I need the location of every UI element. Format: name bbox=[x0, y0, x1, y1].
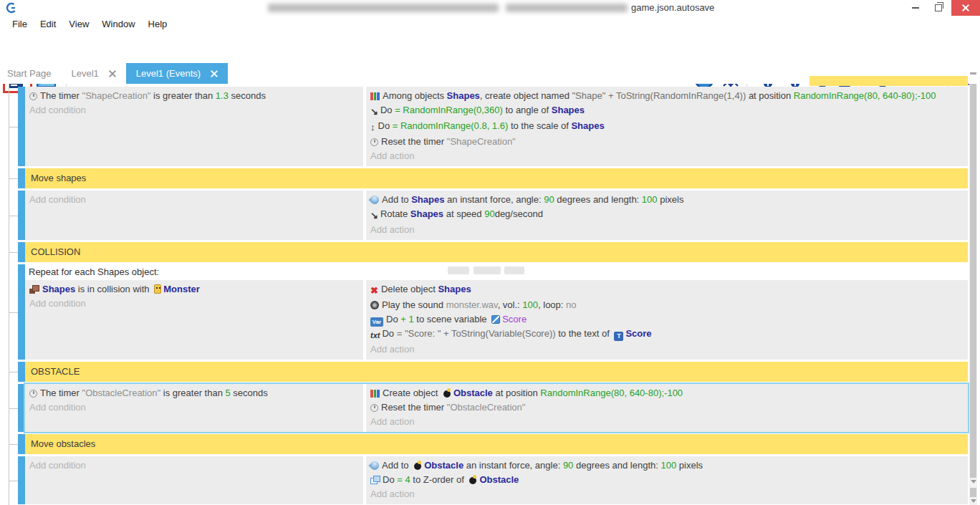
menu-item-view[interactable]: View bbox=[62, 19, 95, 29]
comment-bar[interactable]: COLLISION bbox=[25, 242, 968, 262]
add-action-button[interactable]: Add action bbox=[370, 149, 964, 163]
event-selection-strip[interactable] bbox=[18, 242, 25, 262]
event-line[interactable]: Delete object Shapes bbox=[370, 282, 964, 298]
event-selection-strip[interactable] bbox=[18, 87, 25, 166]
tab-level1[interactable]: Level1 bbox=[61, 63, 125, 84]
event-selection-strip[interactable] bbox=[18, 168, 25, 188]
menu-bar: FileEditViewWindowHelp bbox=[0, 16, 980, 32]
text-segment: 100 bbox=[642, 194, 658, 205]
text-segment: "ShapeCreation" bbox=[82, 90, 151, 101]
text-segment: to the scale of bbox=[508, 120, 571, 131]
tab-label: Level1 bbox=[71, 68, 98, 79]
menu-item-help[interactable]: Help bbox=[142, 19, 174, 29]
event-selection-strip[interactable] bbox=[18, 434, 25, 454]
text-segment: Create object bbox=[383, 388, 441, 398]
event-columns: The timer "ObstacleCreation" is greater … bbox=[25, 384, 968, 432]
text-segment: pixels bbox=[658, 194, 684, 205]
comment-bar[interactable]: OBSTACLE bbox=[25, 362, 968, 382]
comment-bar[interactable]: Move shapes bbox=[25, 168, 968, 188]
menu-item-window[interactable]: Window bbox=[95, 19, 141, 29]
text-segment: , create object named bbox=[480, 90, 572, 101]
text-segment: Obstacle bbox=[453, 388, 493, 398]
text-segment: Do bbox=[378, 120, 393, 131]
tab-close-icon[interactable] bbox=[109, 70, 116, 77]
text-segment: seconds bbox=[229, 90, 266, 101]
close-icon bbox=[961, 4, 970, 12]
text-segment: 1.3 bbox=[216, 90, 229, 101]
vertical-scrollbar[interactable] bbox=[969, 84, 977, 505]
scene-variable-icon bbox=[491, 315, 500, 324]
text-segment: 100 bbox=[661, 460, 677, 471]
text-segment: Shapes bbox=[438, 284, 471, 294]
force-icon bbox=[369, 194, 381, 206]
event-selection-strip[interactable] bbox=[18, 456, 25, 504]
event-selection-strip[interactable] bbox=[18, 384, 25, 432]
event-line[interactable]: Rotate Shapes at speed 90deg/second bbox=[370, 207, 964, 223]
event-line[interactable]: Shapes is in collision with Monster bbox=[29, 282, 359, 297]
add-condition-button[interactable]: Add condition bbox=[29, 103, 359, 117]
event-body: Add conditionAdd to Obstacle an instant … bbox=[25, 456, 968, 504]
conditions-column: The timer "ShapeCreation" is greater tha… bbox=[25, 87, 363, 166]
text-segment: = 4 bbox=[397, 474, 410, 485]
scroll-down-arrow-icon[interactable] bbox=[971, 480, 976, 484]
add-action-button[interactable]: Add action bbox=[370, 223, 964, 237]
event-line[interactable]: The timer "ObstacleCreation" is greater … bbox=[29, 386, 359, 400]
event-line[interactable]: Do = RandomInRange(0.8, 1.6) to the scal… bbox=[370, 119, 964, 135]
scrollbar-thumb-small[interactable] bbox=[970, 488, 976, 497]
scroll-down-arrow-icon[interactable] bbox=[971, 499, 976, 503]
event-line[interactable]: Play the sound monster.wav, vol.: 100, l… bbox=[370, 298, 964, 312]
event-line[interactable]: Do = RandomInRange(0,360) to angle of Sh… bbox=[370, 103, 964, 119]
add-condition-button[interactable]: Add condition bbox=[29, 400, 359, 415]
tab-start-page[interactable]: Start Page bbox=[0, 63, 61, 84]
minimize-button[interactable] bbox=[904, 0, 927, 16]
actions-column: Delete object ShapesPlay the sound monst… bbox=[366, 280, 968, 360]
add-action-button[interactable]: Add action bbox=[370, 342, 964, 357]
menu-item-edit[interactable]: Edit bbox=[34, 19, 62, 29]
text-segment: Do bbox=[380, 105, 395, 115]
event-line[interactable]: Do + 1 to scene variable Score bbox=[370, 312, 964, 327]
conditions-column: Add condition bbox=[25, 191, 363, 240]
comment-bar[interactable]: Move obstacles bbox=[25, 434, 968, 454]
event-selection-strip[interactable] bbox=[18, 191, 25, 240]
event-row: The timer "ShapeCreation" is greater tha… bbox=[18, 87, 968, 166]
scrollbar-thumb[interactable] bbox=[970, 84, 976, 478]
text-segment: RandomInRange(80, 640-80);-100 bbox=[794, 90, 936, 101]
text-segment: The timer bbox=[40, 90, 82, 101]
event-selection-strip[interactable] bbox=[18, 264, 25, 360]
text-segment: to scene variable bbox=[414, 314, 490, 324]
event-line[interactable]: Among objects Shapes, create object name… bbox=[370, 89, 964, 103]
obstacle-icon bbox=[469, 475, 477, 484]
text-segment: Shapes bbox=[411, 194, 444, 205]
text-segment: Monster bbox=[163, 284, 200, 294]
event-line[interactable]: Add to Shapes an instant force, angle: 9… bbox=[370, 193, 964, 207]
event-line[interactable]: Create object Obstacle at position Rando… bbox=[370, 386, 964, 400]
text-segment: to angle of bbox=[503, 105, 552, 115]
event-line[interactable]: Do = 4 to Z-order of Obstacle bbox=[370, 473, 964, 487]
add-condition-button[interactable]: Add condition bbox=[29, 297, 359, 311]
event-line[interactable]: The timer "ShapeCreation" is greater tha… bbox=[29, 89, 359, 103]
close-button[interactable] bbox=[951, 0, 980, 16]
window-title: game.json.autosave bbox=[631, 2, 714, 13]
add-condition-button[interactable]: Add condition bbox=[29, 458, 359, 473]
text-segment: pixels bbox=[676, 460, 703, 471]
event-line[interactable]: Add to Obstacle an instant force, angle:… bbox=[370, 458, 964, 473]
text-segment: Shapes bbox=[552, 105, 585, 115]
event-columns: Add conditionAdd to Obstacle an instant … bbox=[25, 456, 968, 504]
tab-level1-events-[interactable]: Level1 (Events) bbox=[126, 63, 228, 84]
monster-icon bbox=[154, 284, 161, 294]
text-segment: "Shape" + ToString(RandomInRange(1,4)) bbox=[572, 90, 746, 101]
event-line[interactable]: Do = "Score: " + ToString(Variable(Score… bbox=[370, 327, 964, 342]
tab-close-icon[interactable] bbox=[211, 70, 218, 77]
event-line[interactable]: Reset the timer "ObstacleCreation" bbox=[370, 400, 964, 415]
add-condition-button[interactable]: Add condition bbox=[29, 193, 359, 207]
restore-button[interactable] bbox=[927, 0, 950, 16]
menu-item-file[interactable]: File bbox=[6, 19, 34, 29]
gdevelop-logo-icon bbox=[6, 2, 17, 14]
event-selection-strip[interactable] bbox=[18, 362, 25, 382]
text-segment: Do bbox=[386, 314, 400, 324]
text-segment: Do bbox=[383, 474, 397, 485]
add-action-button[interactable]: Add action bbox=[370, 487, 964, 501]
add-action-button[interactable]: Add action bbox=[370, 415, 964, 429]
event-line[interactable]: Reset the timer "ShapeCreation" bbox=[370, 135, 964, 149]
ghost-button bbox=[504, 266, 524, 274]
